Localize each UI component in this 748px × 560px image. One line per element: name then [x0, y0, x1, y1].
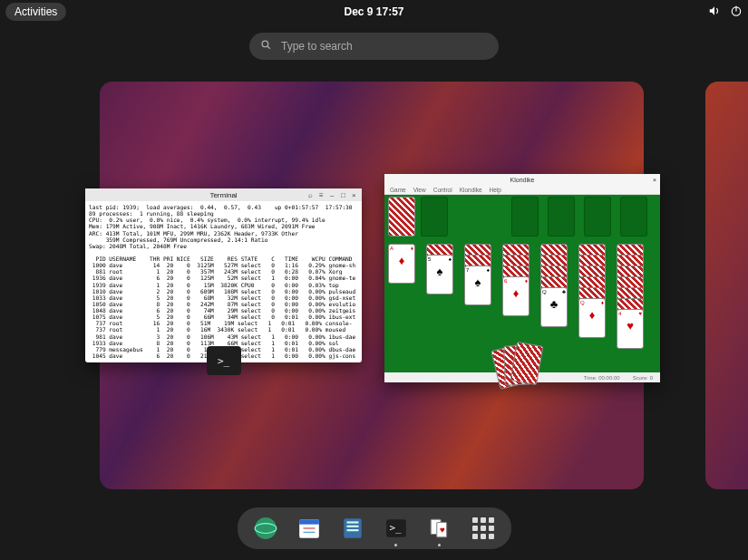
terminal-content: last pid: 1939; load averages: 0.44, 0.5… — [85, 201, 362, 362]
klondike-menubar[interactable]: Game View Control Klondike Help — [384, 185, 660, 195]
tableau-face-card[interactable]: A♦♦ — [388, 244, 415, 284]
status-score: Score: 0 — [633, 375, 653, 381]
terminal-app-icon: >_ — [207, 346, 241, 375]
menu-control[interactable]: Control — [433, 187, 452, 193]
power-icon[interactable] — [730, 5, 743, 20]
terminal-window[interactable]: Terminal ⌕ ≡ – □ × last pid: 1939; load … — [85, 188, 362, 362]
dash-web-browser[interactable] — [252, 515, 279, 542]
search-input[interactable]: Type to search — [249, 33, 499, 60]
waste-slot[interactable] — [421, 197, 448, 237]
foundation-slot[interactable] — [584, 197, 611, 237]
dash-files[interactable] — [339, 515, 366, 542]
klondike-window[interactable]: Klondike × Game View Control Klondike He… — [384, 174, 660, 382]
tableau-face-card[interactable]: Q♣♣ — [540, 287, 568, 327]
search-icon[interactable]: ⌕ — [308, 191, 316, 198]
volume-icon[interactable] — [708, 5, 721, 20]
close-icon[interactable]: × — [352, 191, 359, 198]
svg-point-4 — [255, 517, 277, 539]
workspace-peek[interactable] — [705, 82, 748, 489]
menu-icon[interactable]: ≡ — [319, 191, 326, 198]
maximize-icon[interactable]: □ — [341, 191, 348, 198]
dash: >_ ♥ — [238, 507, 511, 549]
svg-rect-13 — [346, 529, 358, 531]
dash-calendar[interactable] — [296, 515, 323, 542]
svg-rect-12 — [346, 526, 358, 527]
svg-text:>_: >_ — [389, 522, 402, 534]
svg-rect-11 — [346, 521, 358, 523]
status-time: Time: 00:00:00 — [584, 375, 620, 381]
svg-rect-7 — [299, 519, 319, 524]
running-indicator — [438, 544, 441, 546]
activities-button[interactable]: Activities — [5, 3, 66, 21]
tableau-face-card[interactable]: 6♦♦ — [502, 276, 529, 316]
terminal-title: Terminal — [209, 191, 237, 199]
terminal-titlebar[interactable]: Terminal ⌕ ≡ – □ × — [85, 188, 362, 201]
foundation-slot[interactable] — [511, 197, 539, 237]
foundation-slot[interactable] — [620, 197, 647, 237]
svg-point-2 — [262, 41, 268, 47]
menu-game[interactable]: Game — [390, 187, 406, 193]
menu-klondike[interactable]: Klondike — [460, 187, 482, 193]
search-placeholder: Type to search — [281, 40, 353, 53]
close-icon[interactable]: × — [653, 177, 656, 183]
app-grid-icon — [472, 517, 494, 539]
tableau-face-card[interactable]: 4♥♥ — [617, 309, 644, 349]
stock-pile[interactable] — [388, 197, 415, 237]
svg-line-3 — [267, 46, 270, 49]
running-indicator — [394, 544, 397, 546]
foundation-slot[interactable] — [548, 197, 575, 237]
menu-help[interactable]: Help — [490, 187, 501, 193]
menu-view[interactable]: View — [413, 187, 426, 193]
dash-solitaire[interactable]: ♥ — [426, 515, 453, 542]
klondike-title: Klondike — [510, 177, 535, 183]
clock[interactable]: Dec 9 17:57 — [344, 5, 403, 18]
tableau-face-card[interactable]: Q♦♦ — [578, 298, 606, 338]
search-icon — [260, 39, 272, 53]
klondike-titlebar[interactable]: Klondike × — [384, 174, 660, 185]
minimize-icon[interactable]: – — [330, 191, 337, 198]
tableau-face-card[interactable]: 7♠♠ — [464, 266, 491, 305]
dash-app-grid[interactable] — [470, 515, 497, 542]
tableau-face-card[interactable]: 5♠♠ — [426, 255, 453, 294]
svg-text:♥: ♥ — [440, 525, 445, 535]
klondike-felt[interactable]: A♦♦5♠♠7♠♠6♦♦Q♣♣Q♦♦4♥♥ — [384, 195, 660, 372]
dash-terminal[interactable]: >_ — [383, 515, 410, 542]
